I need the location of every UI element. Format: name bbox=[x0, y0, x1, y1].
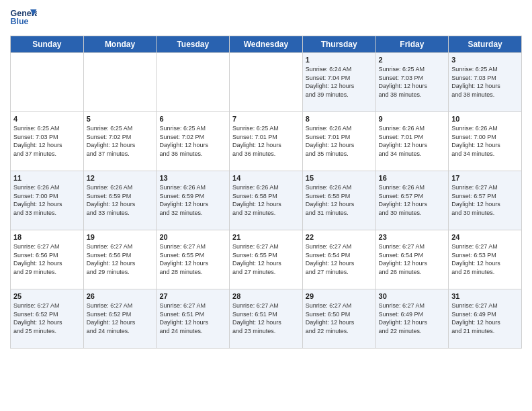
day-info: Sunrise: 6:27 AM Sunset: 6:56 PM Dayligh… bbox=[13, 242, 81, 276]
day-number: 7 bbox=[232, 115, 300, 123]
day-number: 11 bbox=[13, 174, 81, 182]
day-info: Sunrise: 6:26 AM Sunset: 6:58 PM Dayligh… bbox=[232, 183, 300, 217]
logo: General Blue bbox=[10, 7, 38, 30]
day-info: Sunrise: 6:27 AM Sunset: 6:56 PM Dayligh… bbox=[87, 242, 154, 276]
day-info: Sunrise: 6:26 AM Sunset: 6:58 PM Dayligh… bbox=[306, 183, 373, 217]
day-info: Sunrise: 6:25 AM Sunset: 7:03 PM Dayligh… bbox=[379, 65, 446, 99]
weekday-header-sunday: Sunday bbox=[11, 36, 84, 53]
calendar-cell: 27Sunrise: 6:27 AM Sunset: 6:51 PM Dayli… bbox=[157, 289, 230, 349]
calendar-cell: 28Sunrise: 6:27 AM Sunset: 6:51 PM Dayli… bbox=[230, 289, 303, 349]
calendar-cell: 6Sunrise: 6:25 AM Sunset: 7:02 PM Daylig… bbox=[157, 112, 230, 171]
day-info: Sunrise: 6:25 AM Sunset: 7:02 PM Dayligh… bbox=[159, 124, 226, 158]
logo-icon: General Blue bbox=[10, 7, 37, 30]
calendar-cell: 10Sunrise: 6:26 AM Sunset: 7:00 PM Dayli… bbox=[449, 112, 522, 171]
day-info: Sunrise: 6:24 AM Sunset: 7:04 PM Dayligh… bbox=[306, 65, 373, 99]
calendar-cell: 25Sunrise: 6:27 AM Sunset: 6:52 PM Dayli… bbox=[11, 289, 84, 349]
day-number: 20 bbox=[159, 233, 226, 241]
day-number: 17 bbox=[451, 174, 519, 182]
day-number: 21 bbox=[232, 233, 300, 241]
day-number: 10 bbox=[451, 115, 519, 123]
day-info: Sunrise: 6:27 AM Sunset: 6:52 PM Dayligh… bbox=[87, 302, 154, 335]
calendar-cell: 17Sunrise: 6:27 AM Sunset: 6:57 PM Dayli… bbox=[449, 171, 522, 230]
day-info: Sunrise: 6:25 AM Sunset: 7:03 PM Dayligh… bbox=[13, 124, 81, 158]
day-info: Sunrise: 6:27 AM Sunset: 6:52 PM Dayligh… bbox=[13, 302, 81, 335]
day-info: Sunrise: 6:27 AM Sunset: 6:54 PM Dayligh… bbox=[306, 242, 373, 276]
day-number: 2 bbox=[379, 56, 446, 64]
day-info: Sunrise: 6:27 AM Sunset: 6:55 PM Dayligh… bbox=[159, 242, 226, 276]
weekday-header-wednesday: Wednesday bbox=[230, 36, 303, 53]
calendar-cell: 15Sunrise: 6:26 AM Sunset: 6:58 PM Dayli… bbox=[302, 171, 375, 230]
day-number: 28 bbox=[232, 292, 300, 300]
calendar-cell: 30Sunrise: 6:27 AM Sunset: 6:49 PM Dayli… bbox=[375, 289, 449, 349]
calendar-cell: 5Sunrise: 6:25 AM Sunset: 7:02 PM Daylig… bbox=[83, 112, 157, 171]
day-info: Sunrise: 6:26 AM Sunset: 7:00 PM Dayligh… bbox=[451, 124, 519, 158]
day-number: 6 bbox=[159, 115, 226, 123]
calendar-cell: 21Sunrise: 6:27 AM Sunset: 6:55 PM Dayli… bbox=[230, 230, 303, 289]
day-info: Sunrise: 6:26 AM Sunset: 7:01 PM Dayligh… bbox=[306, 124, 373, 158]
calendar-cell: 1Sunrise: 6:24 AM Sunset: 7:04 PM Daylig… bbox=[302, 53, 375, 112]
day-number: 22 bbox=[306, 233, 373, 241]
day-number: 23 bbox=[379, 233, 446, 241]
day-info: Sunrise: 6:27 AM Sunset: 6:50 PM Dayligh… bbox=[306, 302, 373, 335]
day-info: Sunrise: 6:27 AM Sunset: 6:51 PM Dayligh… bbox=[232, 302, 300, 335]
day-number: 3 bbox=[451, 56, 519, 64]
calendar-cell bbox=[157, 53, 230, 112]
svg-text:Blue: Blue bbox=[11, 17, 29, 26]
day-info: Sunrise: 6:25 AM Sunset: 7:02 PM Dayligh… bbox=[87, 124, 154, 158]
calendar-week-row: 25Sunrise: 6:27 AM Sunset: 6:52 PM Dayli… bbox=[11, 289, 522, 349]
day-info: Sunrise: 6:26 AM Sunset: 6:57 PM Dayligh… bbox=[379, 183, 446, 217]
calendar-cell: 13Sunrise: 6:26 AM Sunset: 6:59 PM Dayli… bbox=[157, 171, 230, 230]
day-info: Sunrise: 6:27 AM Sunset: 6:57 PM Dayligh… bbox=[451, 183, 519, 217]
calendar-cell: 22Sunrise: 6:27 AM Sunset: 6:54 PM Dayli… bbox=[302, 230, 375, 289]
day-number: 30 bbox=[379, 292, 446, 300]
day-number: 13 bbox=[159, 174, 226, 182]
day-info: Sunrise: 6:26 AM Sunset: 6:59 PM Dayligh… bbox=[87, 183, 154, 217]
calendar-cell: 9Sunrise: 6:26 AM Sunset: 7:01 PM Daylig… bbox=[375, 112, 449, 171]
day-number: 1 bbox=[306, 56, 373, 64]
calendar-cell bbox=[83, 53, 157, 112]
calendar-cell: 12Sunrise: 6:26 AM Sunset: 6:59 PM Dayli… bbox=[83, 171, 157, 230]
calendar-cell: 14Sunrise: 6:26 AM Sunset: 6:58 PM Dayli… bbox=[230, 171, 303, 230]
day-number: 31 bbox=[451, 292, 519, 300]
calendar-cell: 19Sunrise: 6:27 AM Sunset: 6:56 PM Dayli… bbox=[83, 230, 157, 289]
weekday-header-saturday: Saturday bbox=[449, 36, 522, 53]
calendar-cell: 7Sunrise: 6:25 AM Sunset: 7:01 PM Daylig… bbox=[230, 112, 303, 171]
day-info: Sunrise: 6:26 AM Sunset: 6:59 PM Dayligh… bbox=[159, 183, 226, 217]
header: General Blue bbox=[10, 7, 522, 30]
calendar-cell: 8Sunrise: 6:26 AM Sunset: 7:01 PM Daylig… bbox=[302, 112, 375, 171]
day-info: Sunrise: 6:27 AM Sunset: 6:53 PM Dayligh… bbox=[451, 242, 519, 276]
day-number: 12 bbox=[87, 174, 154, 182]
day-number: 5 bbox=[87, 115, 154, 123]
day-info: Sunrise: 6:27 AM Sunset: 6:54 PM Dayligh… bbox=[379, 242, 446, 276]
day-number: 26 bbox=[87, 292, 154, 300]
calendar-week-row: 1Sunrise: 6:24 AM Sunset: 7:04 PM Daylig… bbox=[11, 53, 522, 112]
calendar-cell: 26Sunrise: 6:27 AM Sunset: 6:52 PM Dayli… bbox=[83, 289, 157, 349]
calendar-week-row: 4Sunrise: 6:25 AM Sunset: 7:03 PM Daylig… bbox=[11, 112, 522, 171]
day-number: 29 bbox=[306, 292, 373, 300]
calendar-cell: 3Sunrise: 6:25 AM Sunset: 7:03 PM Daylig… bbox=[449, 53, 522, 112]
day-info: Sunrise: 6:25 AM Sunset: 7:03 PM Dayligh… bbox=[451, 65, 519, 99]
weekday-header-thursday: Thursday bbox=[302, 36, 375, 53]
calendar-cell: 2Sunrise: 6:25 AM Sunset: 7:03 PM Daylig… bbox=[375, 53, 449, 112]
calendar-cell: 11Sunrise: 6:26 AM Sunset: 7:00 PM Dayli… bbox=[11, 171, 84, 230]
calendar-cell bbox=[230, 53, 303, 112]
calendar-cell: 16Sunrise: 6:26 AM Sunset: 6:57 PM Dayli… bbox=[375, 171, 449, 230]
calendar-cell: 31Sunrise: 6:27 AM Sunset: 6:49 PM Dayli… bbox=[449, 289, 522, 349]
page: General Blue SundayMondayTuesdayWednesda… bbox=[0, 0, 532, 411]
calendar-cell: 18Sunrise: 6:27 AM Sunset: 6:56 PM Dayli… bbox=[11, 230, 84, 289]
day-info: Sunrise: 6:27 AM Sunset: 6:51 PM Dayligh… bbox=[159, 302, 226, 335]
day-info: Sunrise: 6:25 AM Sunset: 7:01 PM Dayligh… bbox=[232, 124, 300, 158]
calendar-cell: 23Sunrise: 6:27 AM Sunset: 6:54 PM Dayli… bbox=[375, 230, 449, 289]
day-info: Sunrise: 6:27 AM Sunset: 6:49 PM Dayligh… bbox=[451, 302, 519, 335]
day-info: Sunrise: 6:27 AM Sunset: 6:49 PM Dayligh… bbox=[379, 302, 446, 335]
day-number: 4 bbox=[13, 115, 81, 123]
calendar-cell: 20Sunrise: 6:27 AM Sunset: 6:55 PM Dayli… bbox=[157, 230, 230, 289]
calendar-week-row: 18Sunrise: 6:27 AM Sunset: 6:56 PM Dayli… bbox=[11, 230, 522, 289]
day-number: 27 bbox=[159, 292, 226, 300]
day-number: 15 bbox=[306, 174, 373, 182]
day-number: 18 bbox=[13, 233, 81, 241]
day-info: Sunrise: 6:27 AM Sunset: 6:55 PM Dayligh… bbox=[232, 242, 300, 276]
day-info: Sunrise: 6:26 AM Sunset: 7:00 PM Dayligh… bbox=[13, 183, 81, 217]
weekday-header-monday: Monday bbox=[83, 36, 157, 53]
day-number: 19 bbox=[87, 233, 154, 241]
